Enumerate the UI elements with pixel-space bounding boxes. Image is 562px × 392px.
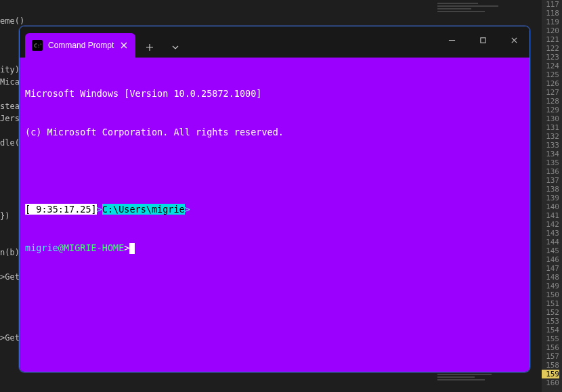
prompt-line-1: [ 9:35:17.25]>C:\Users\migrie> bbox=[25, 203, 524, 216]
banner-line-2: (c) Microsoft Corporation. All rights re… bbox=[25, 126, 524, 139]
tab-title: Command Prompt bbox=[48, 41, 114, 50]
cmd-icon: C:\ bbox=[32, 40, 43, 51]
user-segment: migrie bbox=[25, 242, 58, 253]
prompt-gt-2: > bbox=[185, 204, 190, 215]
tab-strip: C:\ Command Prompt bbox=[20, 26, 187, 58]
host-segment: MIGRIE-HOME bbox=[64, 242, 124, 253]
new-tab-button[interactable] bbox=[138, 37, 161, 58]
banner-line-1: Microsoft Windows [Version 10.0.25872.10… bbox=[25, 87, 524, 100]
time-segment: [ 9:35:17.25] bbox=[25, 204, 97, 215]
cursor bbox=[129, 243, 135, 254]
bg-line-numbers: 1171181191201211221231241251261271281291… bbox=[542, 0, 562, 392]
terminal-window: C:\ Command Prompt bbox=[19, 26, 530, 372]
maximize-button[interactable] bbox=[467, 26, 498, 53]
blank-line bbox=[25, 165, 524, 177]
svg-rect-6 bbox=[480, 37, 485, 42]
terminal-body[interactable]: Microsoft Windows [Version 10.0.25872.10… bbox=[20, 58, 529, 372]
titlebar[interactable]: C:\ Command Prompt bbox=[20, 26, 529, 58]
tab-command-prompt[interactable]: C:\ Command Prompt bbox=[25, 33, 135, 58]
svg-text:C:\: C:\ bbox=[35, 43, 42, 49]
caption-buttons bbox=[436, 26, 529, 53]
close-button[interactable] bbox=[498, 26, 529, 53]
prompt-line-2: migrie@MIGRIE-HOME> bbox=[25, 242, 524, 255]
cwd-segment: C:\Users\migrie bbox=[102, 204, 185, 215]
minimize-button[interactable] bbox=[436, 26, 467, 53]
prompt-gt-1: > bbox=[97, 204, 102, 215]
tab-close-icon[interactable] bbox=[119, 41, 129, 50]
tab-dropdown-button[interactable] bbox=[164, 37, 187, 58]
prompt-gt-3: > bbox=[124, 242, 129, 253]
at-segment: @ bbox=[58, 242, 64, 253]
